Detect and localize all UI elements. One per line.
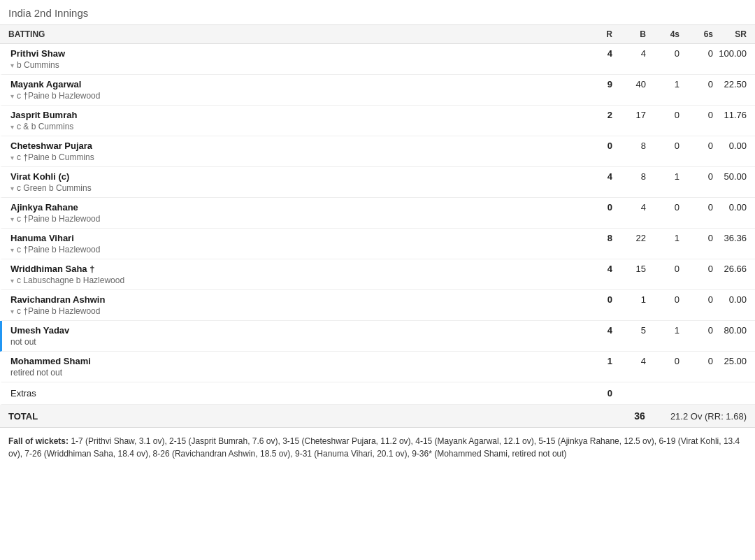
player-row: Umesh Yadav451080.00not out [0, 321, 755, 352]
player-balls: 1 [612, 294, 646, 305]
players-list: Prithvi Shaw4400100.00▾b CumminsMayank A… [0, 44, 755, 382]
player-name: Ravichandran Ashwin [10, 294, 579, 305]
sr-header: SR [713, 29, 747, 39]
chevron-icon: ▾ [10, 215, 14, 223]
player-name: Jasprit Bumrah [10, 110, 579, 120]
player-row: Wriddhiman Saha †4150026.66▾c Labuschagn… [0, 259, 755, 290]
player-sr: 25.00 [713, 356, 747, 366]
extras-value: 0 [579, 388, 612, 399]
player-balls: 8 [612, 141, 646, 151]
player-dismissal: ▾b Cummins [10, 60, 747, 70]
total-label: TOTAL [8, 411, 634, 422]
player-fours: 1 [646, 79, 680, 89]
player-row: Cheteshwar Pujara08000.00▾c †Paine b Cum… [0, 136, 755, 167]
runs-header: R [579, 29, 612, 39]
dismissal-text: b Cummins [17, 60, 59, 70]
player-balls: 40 [612, 79, 646, 89]
player-dismissal: ▾c & b Cummins [10, 122, 747, 131]
player-dismissal: ▾c †Paine b Cummins [10, 152, 747, 162]
total-runs: 36 [634, 410, 645, 422]
player-runs: 8 [579, 233, 612, 243]
chevron-icon: ▾ [10, 62, 14, 69]
player-row: Hanuma Vihari8221036.36▾c †Paine b Hazle… [0, 229, 755, 259]
player-row: Mayank Agarwal9401022.50▾c †Paine b Hazl… [0, 75, 755, 106]
player-fours: 0 [646, 110, 680, 120]
player-fours: 1 [646, 233, 680, 243]
team-name: India [8, 7, 31, 19]
player-name: Mohammed Shami [10, 356, 579, 366]
player-balls: 5 [612, 325, 646, 336]
chevron-icon: ▾ [10, 277, 14, 285]
team-innings-title: India 2nd Innings [8, 7, 88, 19]
player-name: Virat Kohli (c) [10, 171, 579, 182]
player-main-line: Prithvi Shaw4400100.00 [10, 48, 747, 59]
player-dismissal: ▾c †Paine b Hazlewood [10, 306, 747, 316]
chevron-icon: ▾ [10, 185, 14, 192]
player-sixes: 0 [680, 171, 713, 182]
player-sixes: 0 [680, 233, 713, 243]
player-fours: 0 [646, 294, 680, 305]
player-runs: 0 [579, 202, 612, 213]
player-sixes: 0 [680, 356, 713, 366]
dismissal-text: c Labuschagne b Hazlewood [17, 275, 124, 285]
batting-column-headers: BATTING R B 4s 6s SR [0, 25, 755, 44]
player-main-line: Virat Kohli (c)481050.00 [10, 171, 747, 182]
balls-header: B [612, 29, 646, 39]
player-sr: 0.00 [713, 141, 747, 151]
player-row: Jasprit Bumrah2170011.76▾c & b Cummins [0, 106, 755, 136]
player-sr: 22.50 [713, 79, 747, 89]
player-name: Wriddhiman Saha † [10, 264, 579, 274]
player-sixes: 0 [680, 202, 713, 213]
player-name: Umesh Yadav [10, 325, 579, 336]
player-sr: 100.00 [713, 48, 747, 59]
player-name: Cheteshwar Pujara [10, 141, 579, 151]
player-sixes: 0 [680, 79, 713, 89]
chevron-icon: ▾ [10, 154, 14, 161]
dismissal-text: c †Paine b Cummins [17, 152, 94, 162]
player-status: not out [10, 337, 747, 347]
player-runs: 4 [579, 325, 612, 336]
player-sixes: 0 [680, 294, 713, 305]
player-status: retired not out [10, 368, 747, 378]
player-dismissal: ▾c †Paine b Hazlewood [10, 214, 747, 224]
chevron-icon: ▾ [10, 308, 14, 315]
total-overs: 21.2 Ov (RR: 1.68) [670, 411, 747, 422]
fours-header: 4s [646, 29, 680, 39]
extras-row: Extras 0 [0, 382, 755, 405]
player-row: Virat Kohli (c)481050.00▾c Green b Cummi… [0, 167, 755, 198]
player-runs: 2 [579, 110, 612, 120]
player-row: Ajinkya Rahane04000.00▾c †Paine b Hazlew… [0, 198, 755, 229]
player-name: Hanuma Vihari [10, 233, 579, 243]
player-dismissal: ▾c Labuschagne b Hazlewood [10, 275, 747, 285]
fow-label: Fall of wickets: [8, 436, 69, 446]
player-balls: 4 [612, 356, 646, 366]
player-runs: 1 [579, 356, 612, 366]
player-row: Prithvi Shaw4400100.00▾b Cummins [0, 44, 755, 75]
dismissal-text: c †Paine b Hazlewood [17, 214, 100, 224]
batting-label: BATTING [8, 29, 579, 39]
player-fours: 1 [646, 325, 680, 336]
chevron-icon: ▾ [10, 92, 14, 100]
player-sr: 11.76 [713, 110, 747, 120]
player-main-line: Ravichandran Ashwin01000.00 [10, 294, 747, 305]
player-dismissal: ▾c †Paine b Hazlewood [10, 245, 747, 254]
player-sr: 36.36 [713, 233, 747, 243]
chevron-icon: ▾ [10, 246, 14, 254]
dismissal-text: c †Paine b Hazlewood [17, 245, 100, 254]
player-sr: 0.00 [713, 202, 747, 213]
player-sr: 80.00 [713, 325, 747, 336]
player-runs: 0 [579, 294, 612, 305]
extras-label: Extras [10, 388, 579, 399]
player-balls: 17 [612, 110, 646, 120]
player-name: Prithvi Shaw [10, 48, 579, 59]
player-name: Ajinkya Rahane [10, 202, 579, 213]
player-main-line: Wriddhiman Saha †4150026.66 [10, 264, 747, 274]
player-balls: 22 [612, 233, 646, 243]
player-main-line: Cheteshwar Pujara08000.00 [10, 141, 747, 151]
player-fours: 0 [646, 48, 680, 59]
player-sixes: 0 [680, 264, 713, 274]
player-main-line: Mohammed Shami140025.00 [10, 356, 747, 366]
player-sixes: 0 [680, 48, 713, 59]
dismissal-text: c Green b Cummins [17, 183, 92, 193]
player-runs: 4 [579, 264, 612, 274]
